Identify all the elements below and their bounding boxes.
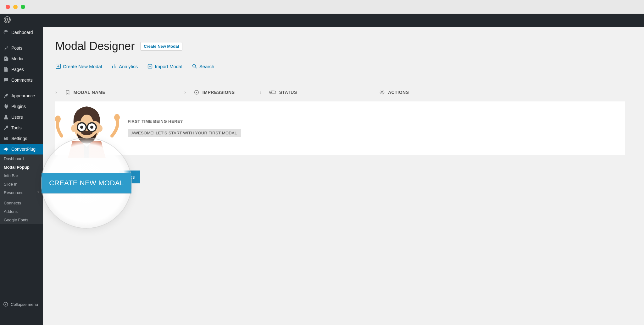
import-icon [147, 63, 153, 69]
megaphone-icon [3, 146, 9, 152]
th-impressions[interactable]: › IMPRESSIONS [184, 89, 260, 95]
pages-icon [3, 67, 9, 72]
target-icon [194, 89, 199, 95]
sidebar-item-label: Plugins [11, 104, 26, 109]
submenu-google-fonts[interactable]: Google Fonts [0, 216, 43, 224]
pin-icon [3, 45, 9, 51]
page-header: Modal Designer Create New Modal [55, 40, 625, 53]
th-actions: ACTIONS [379, 89, 625, 95]
sliders-icon [3, 136, 9, 141]
maximize-window-icon[interactable] [21, 5, 25, 9]
th-label: IMPRESSIONS [203, 90, 235, 95]
empty-state-panel: FIRST TIME BEING HERE? AWESOME! LET'S ST… [55, 101, 625, 155]
chevron-down-icon: ▾ [37, 190, 39, 194]
svg-point-17 [80, 126, 83, 129]
svg-point-13 [71, 125, 76, 132]
chevron-right-icon: › [184, 89, 186, 95]
submenu-modal-popup[interactable]: Modal Popup [0, 163, 43, 171]
table-header: › MODAL NAME › IMPRESSIONS › STATUS ACTI… [55, 80, 625, 101]
sidebar-item-label: ConvertPlug [11, 147, 36, 152]
sidebar-item-plugins[interactable]: Plugins [0, 101, 43, 112]
toggle-icon [269, 89, 276, 95]
tool-import-modal[interactable]: Import Modal [147, 63, 182, 69]
tool-label: Create New Modal [63, 64, 102, 69]
submenu-connects[interactable]: Connects [0, 199, 43, 207]
submenu-addons[interactable]: Addons [0, 207, 43, 216]
sidebar-item-tools[interactable]: Tools [0, 122, 43, 133]
sidebar-item-comments[interactable]: Comments [0, 75, 43, 85]
convertplug-submenu: Dashboard Modal Popup Info Bar Slide In … [0, 154, 43, 224]
svg-point-18 [90, 126, 93, 129]
sidebar-item-posts[interactable]: Posts [0, 43, 43, 53]
wrench-icon [3, 125, 9, 131]
mac-titlebar [0, 0, 644, 14]
first-time-text: FIRST TIME BEING HERE? [128, 119, 616, 124]
sidebar-item-label: Tools [11, 125, 22, 130]
submenu-resources[interactable]: Resources ▾ [0, 188, 43, 197]
create-new-modal-spotlight-button[interactable]: CREATE NEW MODAL [42, 173, 131, 193]
bookmark-icon [65, 89, 70, 95]
svg-point-0 [4, 302, 8, 306]
minimize-window-icon[interactable] [13, 5, 18, 9]
tool-create-new-modal[interactable]: Create New Modal [55, 63, 102, 69]
create-new-modal-header-button[interactable]: Create New Modal [140, 42, 182, 51]
sidebar-item-media[interactable]: Media [0, 53, 43, 64]
submenu-info-bar[interactable]: Info Bar [0, 171, 43, 180]
tool-label: Search [199, 64, 214, 69]
submenu-dashboard[interactable]: Dashboard [0, 154, 43, 163]
chevron-right-icon: › [55, 89, 57, 95]
collapse-icon [3, 302, 8, 307]
th-label: STATUS [279, 90, 297, 95]
window: Dashboard Posts Media Pages Comments [0, 0, 644, 325]
sidebar-item-label: Appearance [11, 93, 35, 98]
th-label: ACTIONS [388, 90, 409, 95]
tool-label: Analytics [119, 64, 138, 69]
search-icon [192, 63, 197, 69]
sidebar-item-dashboard[interactable]: Dashboard [0, 27, 43, 38]
wordpress-logo-icon[interactable] [4, 16, 11, 24]
gear-icon [379, 89, 385, 95]
comments-icon [3, 77, 9, 83]
page-title: Modal Designer [55, 40, 135, 53]
toolbar: Create New Modal Analytics Import Modal … [55, 63, 625, 80]
bottom-actions: CREATE NEW MODAL ytics [55, 171, 625, 183]
svg-point-9 [55, 116, 61, 122]
wp-admin-bar [0, 14, 644, 27]
close-window-icon[interactable] [6, 5, 10, 9]
svg-point-5 [196, 92, 197, 93]
submenu-slide-in[interactable]: Slide In [0, 180, 43, 188]
main-content: Modal Designer Create New Modal Create N… [43, 27, 644, 325]
svg-point-3 [192, 64, 195, 67]
spotlight-highlight: CREATE NEW MODAL [41, 138, 132, 229]
submenu-label: Resources [4, 190, 23, 195]
sidebar-item-appearance[interactable]: Appearance [0, 90, 43, 101]
tool-analytics[interactable]: Analytics [111, 63, 138, 69]
th-modal-name[interactable]: › MODAL NAME [55, 89, 184, 95]
tool-label: Import Modal [155, 64, 182, 69]
user-icon [3, 114, 9, 120]
sidebar-item-pages[interactable]: Pages [0, 64, 43, 75]
dashboard-icon [3, 30, 9, 35]
chart-icon [111, 63, 117, 69]
svg-point-8 [381, 91, 383, 93]
sidebar-item-users[interactable]: Users [0, 112, 43, 122]
sidebar-item-convertplug[interactable]: ConvertPlug [0, 144, 43, 154]
sidebar-item-label: Pages [11, 67, 24, 72]
media-icon [3, 56, 9, 62]
tool-search[interactable]: Search [192, 63, 214, 69]
collapse-menu-button[interactable]: Collapse menu [0, 299, 43, 309]
th-label: MODAL NAME [74, 90, 105, 95]
awesome-callout: AWESOME! LET'S START WITH YOUR FIRST MOD… [128, 129, 241, 137]
plus-square-icon [55, 63, 61, 69]
sidebar-item-label: Media [11, 56, 23, 61]
sidebar-item-settings[interactable]: Settings [0, 133, 43, 144]
brush-icon [3, 93, 9, 99]
sidebar-item-label: Settings [11, 136, 27, 141]
th-status[interactable]: › STATUS [260, 89, 379, 95]
sidebar-item-label: Comments [11, 78, 33, 83]
sidebar-item-label: Users [11, 115, 23, 120]
svg-point-14 [97, 125, 103, 132]
sidebar-item-label: Dashboard [11, 30, 33, 35]
sidebar-item-label: Posts [11, 46, 22, 51]
svg-point-10 [114, 114, 120, 121]
